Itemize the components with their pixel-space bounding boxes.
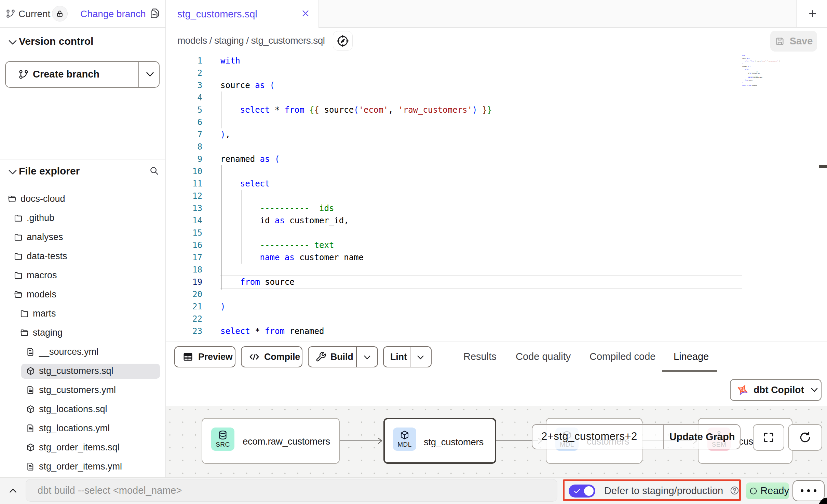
dbt-copilot-button[interactable]: dbt Copilot: [730, 379, 822, 401]
status-circle-icon: [750, 486, 757, 496]
dot: [807, 489, 810, 492]
tree-item-label: .github: [27, 213, 54, 223]
save-button[interactable]: Save: [770, 31, 817, 52]
source-chip: SRC: [211, 428, 234, 451]
current-branch-label: Current: [18, 9, 50, 19]
refresh-button[interactable]: [788, 424, 822, 451]
tree-item--sources-yml[interactable]: __sources.yml: [0, 342, 166, 362]
fullscreen-icon: [762, 431, 775, 444]
tree-item-macros[interactable]: macros: [0, 266, 166, 285]
code-token: id: [742, 73, 750, 74]
chevron-down-icon[interactable]: [8, 39, 18, 46]
split-divider: [410, 347, 410, 367]
code-token: from: [265, 326, 285, 336]
chevron-down-icon[interactable]: [145, 71, 155, 78]
lineage-selector-input[interactable]: 2+stg_customers+2: [532, 425, 663, 449]
line-number-23: 23: [166, 325, 202, 337]
compile-button[interactable]: Compile: [241, 346, 302, 367]
bottom-panel: Preview Compile Build Lint Results Code …: [166, 342, 827, 406]
code-token: (: [354, 105, 358, 115]
tree-item-stg-locations-yml[interactable]: stg_locations.yml: [0, 419, 166, 438]
code-token: }: [487, 105, 492, 115]
create-branch-button[interactable]: Create branch: [5, 61, 160, 88]
collapse-panel-chevron[interactable]: [9, 487, 17, 493]
command-input[interactable]: dbt build --select <model_name>: [26, 479, 557, 502]
tab-results[interactable]: Results: [463, 351, 497, 362]
tree-item-analyses[interactable]: analyses: [0, 228, 166, 247]
defer-toggle[interactable]: [569, 485, 595, 498]
tab-stg-customers-sql[interactable]: stg_customers.sql: [166, 0, 319, 28]
tree-item-staging[interactable]: staging: [0, 323, 166, 342]
status-bar: dbt build --select <model_name> Defer to…: [0, 477, 827, 504]
search-icon[interactable]: [149, 166, 159, 176]
line-number-20: 20: [166, 288, 202, 300]
dot: [801, 489, 803, 492]
node-badge: SRC: [216, 441, 230, 448]
active-tab-underline: [662, 370, 717, 372]
tab-compiled-code[interactable]: Compiled code: [589, 351, 655, 362]
file-explorer-header[interactable]: File explorer: [19, 165, 80, 177]
lineage-node-stg-customers[interactable]: MDL stg_customers: [383, 418, 496, 464]
editor-tab-bar: stg_customers.sql: [166, 0, 827, 28]
tree-item--github[interactable]: .github: [0, 209, 166, 228]
lint-button[interactable]: Lint: [383, 346, 432, 367]
fullscreen-button[interactable]: [753, 424, 784, 451]
tab-lineage[interactable]: Lineage: [674, 351, 709, 362]
chevron-down-icon[interactable]: [8, 168, 18, 176]
tree-item-label: macros: [27, 270, 57, 281]
tab-close-icon[interactable]: [300, 8, 311, 18]
create-branch-main[interactable]: Create branch: [6, 62, 138, 87]
compass-icon: [336, 34, 350, 48]
tree-item-stg-customers-sql[interactable]: stg_customers.sql: [0, 362, 166, 381]
tree-item-label: docs-cloud: [21, 194, 65, 204]
code-token: select: [745, 69, 749, 70]
change-branch-link[interactable]: Change branch: [80, 9, 146, 19]
code-token: [220, 240, 260, 250]
code-editor[interactable]: 1234567891011121314151617181920212223 wi…: [166, 55, 827, 341]
file-icon: [26, 462, 35, 471]
code-token: customer_name: [295, 253, 364, 262]
preview-button[interactable]: Preview: [174, 346, 235, 367]
line-number-13: 13: [166, 202, 202, 214]
version-control-header[interactable]: Version control: [19, 36, 93, 47]
new-tab-button[interactable]: [808, 9, 818, 19]
update-graph-button[interactable]: Update Graph: [664, 425, 741, 449]
tree-item-stg-order-items-sql[interactable]: stg_order_items.sql: [0, 438, 166, 457]
lint-options-chevron[interactable]: [416, 354, 425, 361]
code-token: 'ecom': [359, 105, 389, 115]
tree-item-stg-locations-sql[interactable]: stg_locations.sql: [0, 400, 166, 419]
build-button[interactable]: Build: [308, 346, 378, 367]
navigate-button[interactable]: [333, 31, 353, 51]
model-icon: [26, 405, 35, 414]
tree-item-models[interactable]: models: [0, 285, 166, 304]
line-number-21: 21: [166, 300, 202, 313]
build-options-chevron[interactable]: [363, 354, 372, 361]
tab-code-quality[interactable]: Code quality: [516, 351, 571, 362]
copy-icon[interactable]: [149, 8, 161, 19]
code-token: *: [270, 105, 285, 115]
code-token: source: [319, 105, 354, 115]
wrench-icon: [315, 351, 326, 362]
tree-item-stg-order-items-yml[interactable]: stg_order_items.yml: [0, 457, 166, 476]
code-token: [742, 80, 745, 81]
help-icon[interactable]: [730, 486, 739, 495]
code-token: [742, 71, 748, 72]
tree-item-marts[interactable]: marts: [0, 304, 166, 323]
model-icon: [26, 443, 35, 452]
dbt-logo-icon: [736, 383, 749, 396]
tree-item-stg-customers-yml[interactable]: stg_customers.yml: [0, 381, 166, 400]
minimap[interactable]: with source as ( select * from {{ source…: [742, 55, 819, 157]
line-number-1: 1: [166, 55, 202, 67]
database-icon: [218, 430, 228, 440]
code-token: name: [260, 253, 280, 262]
code-content[interactable]: with source as ( select * from {{ source…: [220, 55, 492, 337]
ready-label: Ready: [760, 485, 789, 496]
tree-item-label: stg_locations.sql: [39, 404, 107, 415]
dot: [814, 489, 816, 492]
code-token: [280, 253, 284, 262]
tree-item-data-tests[interactable]: data-tests: [0, 247, 166, 266]
lineage-node-source[interactable]: SRC ecom.raw_customers: [202, 418, 340, 464]
tree-item-docs-cloud[interactable]: docs-cloud: [0, 190, 166, 209]
lineage-canvas[interactable]: SRC ecom.raw_customers MDL stg_customers…: [166, 406, 827, 477]
code-token: [742, 60, 745, 61]
